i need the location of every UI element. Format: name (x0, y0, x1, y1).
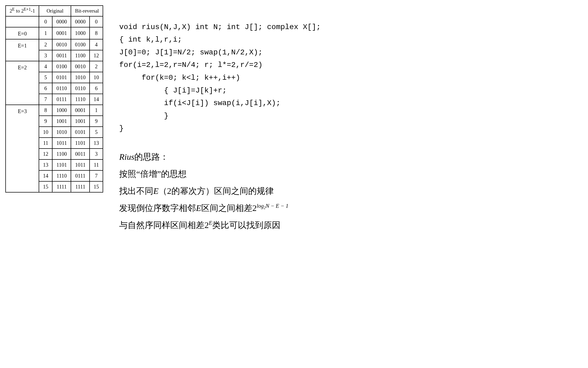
cell-rb: 1110 (71, 94, 90, 105)
code-line: for(i=2,l=2,r=N/4; r; l*=2,r/=2) (119, 61, 263, 69)
cell-n: 2 (39, 39, 52, 50)
cell-nb: 0111 (52, 94, 71, 105)
code-line: { int k,l,r,i; (119, 35, 182, 44)
cell-nb: 1001 (52, 116, 71, 127)
code-line: if(i<J[i]) swap(i,J[i],X); (119, 99, 280, 107)
col-header-original: Original (39, 6, 71, 16)
code-line: void rius(N,J,X) int N; int J[]; complex… (119, 23, 321, 31)
cell-n: 6 (39, 83, 52, 94)
cell-rb: 0000 (71, 16, 90, 27)
cell-n: 4 (39, 61, 52, 72)
cell-n: 12 (39, 149, 52, 159)
cell-r: 2 (90, 61, 103, 72)
cell-rb: 0111 (71, 170, 90, 181)
cell-n: 13 (39, 159, 52, 170)
cell-nb: 0011 (52, 50, 71, 61)
cell-rb: 1011 (71, 159, 90, 170)
cell-nb: 0100 (52, 61, 71, 72)
cell-nb: 1000 (52, 105, 71, 116)
cell-nb: 0101 (52, 72, 71, 83)
code-line: for(k=0; k<l; k++,i++) (119, 74, 240, 82)
cell-nb: 1110 (52, 170, 71, 181)
code-line: J[0]=0; J[1]=N/2; swap(1,N/2,X); (119, 48, 263, 57)
table-body: 0000000000E=01000110008E=120010010043001… (6, 16, 103, 192)
cell-r: 1 (90, 105, 103, 116)
table-row: E=01000110008 (6, 27, 103, 39)
cell-nb: 0010 (52, 39, 71, 50)
cell-rb: 0100 (71, 39, 90, 50)
code-line: { J[i]=J[k]+r; (119, 86, 227, 95)
note-line: Rius的思路： (119, 148, 583, 165)
table-row: E=24010000102 (6, 61, 103, 72)
bit-reversal-table: 2E to 2E+1-1 Original Bit-reversal 00000… (5, 5, 103, 193)
cell-rb: 0001 (71, 105, 90, 116)
code-block: void rius(N,J,X) int N; int J[]; complex… (119, 8, 583, 135)
cell-n: 5 (39, 72, 52, 83)
note-line: 按照“倍增”的思想 (119, 165, 583, 182)
col-header-bitreversal: Bit-reversal (71, 6, 103, 16)
cell-rb: 1100 (71, 50, 90, 61)
table-row: E=12001001004 (6, 39, 103, 50)
cell-e-range: E=2 (6, 61, 39, 105)
cell-n: 15 (39, 181, 52, 192)
cell-n: 0 (39, 16, 52, 27)
cell-rb: 1001 (71, 116, 90, 127)
cell-nb: 1111 (52, 181, 71, 192)
cell-n: 11 (39, 138, 52, 149)
cell-r: 14 (90, 94, 103, 105)
cell-nb: 0000 (52, 16, 71, 27)
cell-rb: 0101 (71, 127, 90, 138)
cell-rb: 1111 (71, 181, 90, 192)
cell-r: 0 (90, 16, 103, 27)
cell-e-range: E=3 (6, 105, 39, 192)
cell-r: 3 (90, 149, 103, 159)
cell-nb: 1010 (52, 127, 71, 138)
table-row: E=38100000011 (6, 105, 103, 116)
cell-nb: 1101 (52, 159, 71, 170)
cell-n: 7 (39, 94, 52, 105)
cell-r: 13 (90, 138, 103, 149)
cell-r: 8 (90, 27, 103, 39)
cell-rb: 0110 (71, 83, 90, 94)
cell-r: 11 (90, 159, 103, 170)
cell-e-range (6, 16, 39, 27)
cell-e-range: E=0 (6, 27, 39, 39)
cell-nb: 1100 (52, 149, 71, 159)
cell-r: 4 (90, 39, 103, 50)
cell-rb: 0011 (71, 149, 90, 159)
code-line: } (119, 112, 168, 120)
cell-rb: 1101 (71, 138, 90, 149)
cell-r: 12 (90, 50, 103, 61)
cell-n: 10 (39, 127, 52, 138)
cell-r: 5 (90, 127, 103, 138)
cell-r: 6 (90, 83, 103, 94)
table-row: 0000000000 (6, 16, 103, 27)
notes-block: Rius的思路： 按照“倍增”的思想 找出不同E（2的幂次方）区间之间的规律 发… (119, 148, 583, 234)
cell-r: 15 (90, 181, 103, 192)
cell-n: 3 (39, 50, 52, 61)
col-header-range: 2E to 2E+1-1 (6, 6, 39, 16)
cell-rb: 1010 (71, 72, 90, 83)
code-line: } (119, 124, 124, 133)
cell-n: 9 (39, 116, 52, 127)
note-line: 与自然序同样区间相差2E类比可以找到原因 (119, 217, 583, 234)
cell-r: 7 (90, 170, 103, 181)
note-line: 找出不同E（2的幂次方）区间之间的规律 (119, 182, 583, 199)
cell-r: 10 (90, 72, 103, 83)
cell-nb: 0001 (52, 27, 71, 39)
cell-e-range: E=1 (6, 39, 39, 61)
cell-n: 1 (39, 27, 52, 39)
note-line: 发现倒位序数字相邻E区间之间相差2log2N − E − 1 (119, 199, 583, 217)
cell-nb: 0110 (52, 83, 71, 94)
cell-n: 14 (39, 170, 52, 181)
cell-rb: 1000 (71, 27, 90, 39)
cell-r: 9 (90, 116, 103, 127)
cell-rb: 0010 (71, 61, 90, 72)
cell-nb: 1011 (52, 138, 71, 149)
cell-n: 8 (39, 105, 52, 116)
